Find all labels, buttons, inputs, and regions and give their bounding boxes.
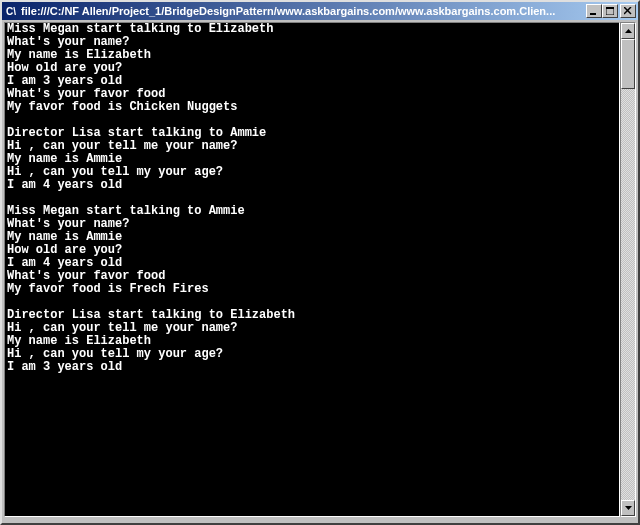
vertical-scrollbar[interactable] [620,22,636,517]
svg-rect-2 [606,7,614,9]
minimize-button[interactable] [586,4,602,18]
close-button[interactable] [620,4,636,18]
maximize-button[interactable] [602,4,618,18]
svg-rect-0 [590,13,596,15]
console-block: Miss Megan start talking to Elizabeth Wh… [7,23,619,114]
svg-marker-5 [625,29,632,33]
scroll-up-button[interactable] [621,23,635,39]
svg-marker-6 [625,506,632,510]
window-title: file:///C:/NF Allen/Project_1/BridgeDesi… [21,5,586,17]
console-output[interactable]: Miss Megan start talking to Elizabeth Wh… [4,22,620,517]
scroll-thumb[interactable] [621,39,635,89]
console-block: Miss Megan start talking to Ammie What's… [7,205,619,296]
console-window: C\ file:///C:/NF Allen/Project_1/BridgeD… [0,0,640,525]
app-icon[interactable]: C\ [4,4,18,18]
console-block: Director Lisa start talking to Ammie Hi … [7,127,619,192]
console-block: Director Lisa start talking to Elizabeth… [7,309,619,374]
window-controls [586,4,636,18]
titlebar[interactable]: C\ file:///C:/NF Allen/Project_1/BridgeD… [2,2,638,20]
scroll-track[interactable] [621,39,635,500]
client-area: Miss Megan start talking to Elizabeth Wh… [2,20,638,519]
scroll-down-button[interactable] [621,500,635,516]
statusbar [2,519,638,523]
